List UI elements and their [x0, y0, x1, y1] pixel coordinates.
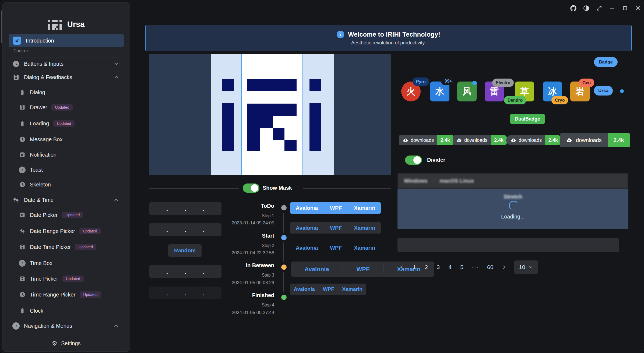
item-label: Clock [30, 308, 43, 314]
wpf-button[interactable]: WPF [357, 266, 370, 273]
empty-input-bar[interactable] [397, 238, 619, 252]
arrow-square-icon [19, 212, 26, 218]
avalonia-button[interactable]: Avalonia [294, 286, 315, 292]
updated-badge: Updated [75, 244, 96, 250]
sidebar-item-time-box[interactable]: ♪ Time Box [9, 256, 124, 271]
badge-dot [472, 81, 477, 85]
wpf-button[interactable]: WPF [330, 225, 342, 231]
sidebar-group-navigation-menus[interactable]: ♪ Navigation & Menus [9, 318, 124, 333]
theme-toggle-button[interactable] [582, 4, 590, 12]
sidebar-item-date-picker[interactable]: Date Picker Updated [9, 207, 124, 223]
info-icon: i [337, 31, 344, 38]
item-label: Notification [30, 152, 57, 158]
xamarin-button[interactable]: Xamarin [354, 205, 375, 211]
show-mask-toggle[interactable] [243, 183, 259, 193]
clock-icon [12, 60, 20, 68]
page-button-60[interactable]: 60 [487, 264, 493, 270]
ip-address-input[interactable] [149, 202, 221, 215]
avalonia-button[interactable]: Avalonia [305, 266, 329, 273]
sidebar-item-loading[interactable]: Loading Updated [9, 116, 124, 131]
sidebar-group-date-time[interactable]: Date & Time [9, 192, 124, 207]
close-button[interactable] [634, 4, 642, 12]
downloads-badge: downloads 2.4k [453, 135, 507, 145]
settings-button[interactable]: ⚙ Settings [3, 335, 130, 351]
divider-toggle[interactable] [405, 156, 422, 165]
ip-address-input-disabled [149, 287, 221, 299]
page-button-4[interactable]: 4 [448, 264, 452, 270]
minimize-button[interactable] [608, 4, 616, 12]
downloads-badge: downloads 2.4k [560, 133, 630, 147]
sidebar-item-drawer[interactable]: Drawer Updated [9, 100, 124, 115]
avalonia-button[interactable]: Avalonia [296, 205, 318, 211]
loading-text: Loading... [397, 214, 628, 220]
avalonia-button[interactable]: Avalonia [296, 225, 318, 231]
sidebar-item-clock[interactable]: Clock [9, 303, 124, 318]
sidebar-item-date-range-picker[interactable]: Date Range Picker Updated [9, 224, 124, 239]
sidebar-item-time-range-picker[interactable]: Time Range Picker Updated [9, 287, 124, 302]
ip-address-input[interactable] [149, 223, 221, 236]
sidebar-item-message-box[interactable]: Message Box [9, 132, 124, 147]
sidebar-item-skeleton[interactable]: Skeleton [9, 177, 124, 192]
random-button[interactable]: Random [168, 244, 202, 257]
sidebar-group-buttons-inputs[interactable]: Buttons & Inputs [9, 56, 124, 71]
sidebar-item-toast[interactable]: ♪ Toast [9, 162, 124, 177]
chevron-up-icon [113, 323, 119, 329]
logo-pixel [309, 103, 321, 151]
github-button[interactable] [569, 4, 577, 12]
maximize-button[interactable] [621, 4, 629, 12]
floppy-icon [12, 74, 20, 81]
xamarin-button[interactable]: Xamarin [354, 225, 375, 231]
page-size-select[interactable]: 10 [514, 260, 538, 274]
avalonia-button[interactable]: Avalonia [296, 245, 318, 251]
sidebar-item-date-time-picker[interactable]: Date Time Picker Updated [9, 239, 124, 255]
item-label: Time Range Picker [30, 292, 75, 298]
logo-guide-line [241, 54, 242, 175]
logo-pixel [247, 128, 260, 151]
logo-pixel [309, 79, 321, 91]
timeline-title: ToDo [221, 203, 274, 209]
sidebar-item-time-picker[interactable]: Time Picker Updated [9, 271, 124, 286]
sidebar-item-label: Introduction [26, 38, 54, 44]
timeline-step: Step 2 [221, 243, 274, 248]
wpf-button[interactable]: WPF [323, 286, 334, 292]
next-page-button[interactable] [501, 264, 507, 270]
gear-icon: ⚙ [52, 340, 58, 347]
arrow-square-icon [19, 151, 26, 158]
button-group-default: Avalonia WPF Xamarin [290, 222, 381, 234]
wpf-button[interactable]: WPF [330, 245, 342, 251]
page-button-5[interactable]: 5 [460, 264, 464, 270]
sidebar-item-dialog[interactable]: Dialog [9, 85, 124, 100]
ip-address-input[interactable] [149, 265, 221, 278]
tab-windows[interactable]: Windows [404, 178, 428, 184]
xamarin-button[interactable]: Xamarin [354, 245, 375, 251]
prev-page-button[interactable] [399, 264, 404, 270]
floppy-icon [19, 104, 26, 111]
battery-icon [19, 308, 26, 314]
clock-icon [19, 291, 26, 298]
tab-macos-linux[interactable]: macOS Linux [440, 178, 474, 184]
sidebar-scrollbar[interactable] [1, 10, 2, 43]
timeline-dot-start [281, 235, 287, 240]
fullscreen-button[interactable] [595, 4, 603, 12]
group-label: Dialog & Feedbacks [24, 74, 72, 80]
item-label: Toast [30, 167, 43, 173]
badge-count-99plus: 99+ [441, 77, 455, 85]
page-button-2[interactable]: 2 [424, 264, 428, 270]
divider-line [455, 160, 632, 160]
updated-badge: Updated [51, 104, 73, 111]
badge-pyro: Pyro [413, 77, 429, 86]
app-title: Ursa [67, 20, 85, 29]
sidebar-item-notification[interactable]: Notification [9, 147, 124, 162]
wpf-button[interactable]: WPF [330, 205, 342, 211]
badge-cryo: Cryo [551, 96, 568, 104]
sidebar-group-dialog-feedbacks[interactable]: Dialog & Feedbacks [9, 70, 124, 85]
xamarin-button[interactable]: Xamarin [342, 286, 363, 292]
sidebar-item-introduction[interactable]: Introduction [9, 34, 124, 47]
page-button-3[interactable]: 3 [436, 264, 440, 270]
floppy-icon [19, 244, 26, 250]
page-button-1[interactable]: 1 [413, 264, 416, 270]
logo-pixel [247, 104, 297, 116]
trees-icon [12, 196, 20, 204]
divider-line [303, 188, 391, 189]
badge-dendro: Dendro [504, 96, 526, 104]
